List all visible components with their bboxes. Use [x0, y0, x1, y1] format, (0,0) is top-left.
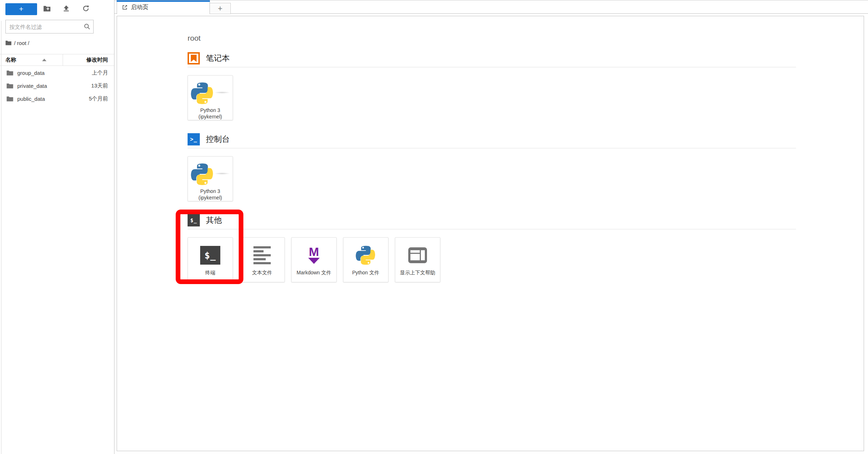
- launcher-card-label: Python 3 (ipykernel): [198, 107, 222, 120]
- tab-launcher[interactable]: 启动页: [117, 0, 210, 14]
- plus-icon: +: [218, 4, 222, 13]
- file-name: group_data: [17, 70, 92, 76]
- new-folder-icon: [43, 5, 51, 13]
- file-modified: 13天前: [91, 82, 114, 89]
- launcher-card-terminal[interactable]: $_ 终端: [188, 237, 233, 282]
- new-launcher-button[interactable]: +: [5, 3, 37, 15]
- notebook-cards: Python 3 (ipykernel): [188, 75, 796, 120]
- file-name: public_data: [17, 96, 89, 102]
- add-tab-button[interactable]: +: [210, 3, 231, 14]
- launcher-card-python3-console[interactable]: Python 3 (ipykernel): [188, 156, 233, 201]
- upload-button[interactable]: [57, 3, 76, 15]
- file-list-header: 名称 修改时间: [0, 54, 114, 66]
- folder-icon: [6, 70, 17, 76]
- section-title: 控制台: [206, 134, 230, 145]
- terminal-icon: $_: [200, 246, 220, 265]
- launcher-card-python3-notebook[interactable]: Python 3 (ipykernel): [188, 75, 233, 120]
- file-list: group_data 上个月 private_data 13天前 public_…: [0, 66, 114, 105]
- console-cards: Python 3 (ipykernel): [188, 156, 796, 201]
- markdown-icon: M: [308, 247, 320, 264]
- column-header-modified[interactable]: 修改时间: [63, 54, 114, 66]
- section-console-header: >_ 控制台: [188, 133, 796, 148]
- file-row-group-data[interactable]: group_data 上个月: [0, 66, 114, 79]
- tab-label: 启动页: [131, 4, 148, 11]
- breadcrumb-path: / root /: [14, 40, 30, 46]
- section-other-header: $_ 其他: [188, 214, 796, 229]
- file-browser-toolbar: +: [0, 3, 114, 15]
- file-filter-box: [5, 20, 94, 33]
- text-file-icon: [253, 246, 271, 264]
- launcher-card-label: 显示上下文帮助: [400, 270, 435, 276]
- launcher-card-text-file[interactable]: 文本文件: [239, 237, 285, 282]
- tab-bar: 启动页 +: [114, 0, 868, 14]
- new-folder-button[interactable]: [37, 3, 57, 15]
- python-logo-icon: [190, 161, 230, 187]
- file-filter-input[interactable]: [6, 24, 84, 30]
- breadcrumb[interactable]: / root /: [5, 39, 30, 47]
- file-row-private-data[interactable]: private_data 13天前: [0, 79, 114, 92]
- launcher-card-label: 终端: [205, 270, 215, 276]
- section-other: $_ 其他 $_ 终端: [188, 214, 796, 282]
- terminal-section-icon: $_: [188, 214, 200, 226]
- other-cards: $_ 终端 文本文件: [188, 237, 796, 282]
- section-console: >_ 控制台: [188, 133, 796, 201]
- folder-icon: [6, 83, 17, 89]
- home-folder-icon: [5, 40, 12, 45]
- folder-icon: [6, 96, 17, 102]
- section-notebook: 笔记本 P: [188, 52, 796, 120]
- launcher-card-label: Markdown 文件: [297, 270, 331, 276]
- section-notebook-header: 笔记本: [188, 52, 796, 67]
- file-browser-sidebar: +: [0, 0, 114, 454]
- section-title: 其他: [206, 215, 222, 226]
- python-logo-icon: [355, 242, 376, 268]
- search-icon: [84, 23, 90, 30]
- launcher-tab-icon: [122, 4, 128, 10]
- launcher-card-markdown-file[interactable]: M Markdown 文件: [291, 237, 337, 282]
- main-dock-panel: 启动页 + root 笔记本: [114, 0, 868, 454]
- python-logo-icon: [190, 80, 230, 106]
- file-row-public-data[interactable]: public_data 5个月前: [0, 92, 114, 105]
- launcher-panel: root 笔记本: [117, 16, 864, 451]
- launcher-card-label: Python 3 (ipykernel): [198, 188, 222, 201]
- file-name: private_data: [17, 83, 91, 89]
- refresh-icon: [82, 5, 89, 13]
- sort-ascending-icon: [42, 59, 46, 61]
- console-icon: >_: [188, 133, 200, 145]
- notebook-icon: [188, 52, 200, 64]
- launcher-card-python-file[interactable]: Python 文件: [343, 237, 388, 282]
- context-help-icon: [408, 247, 427, 263]
- launcher-card-context-help[interactable]: 显示上下文帮助: [395, 237, 440, 282]
- file-modified: 上个月: [92, 69, 114, 76]
- column-header-name[interactable]: 名称: [0, 54, 63, 66]
- launcher-card-label: Python 文件: [352, 270, 379, 276]
- file-modified: 5个月前: [89, 95, 114, 102]
- launcher-card-label: 文本文件: [252, 270, 272, 276]
- refresh-button[interactable]: [76, 3, 95, 15]
- upload-icon: [63, 5, 69, 13]
- launcher-cwd-title: root: [188, 33, 864, 43]
- section-title: 笔记本: [206, 53, 230, 64]
